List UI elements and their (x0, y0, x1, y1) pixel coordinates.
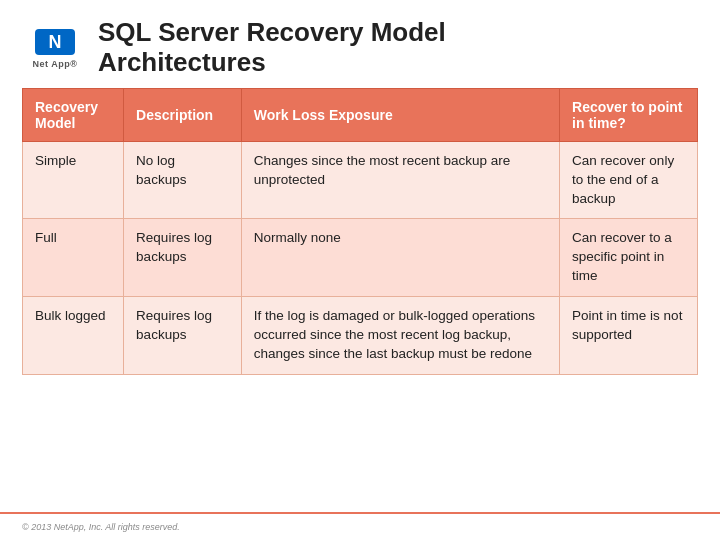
work-loss-simple: Changes since the most recent backup are… (241, 141, 559, 219)
logo-label: Net App® (33, 59, 78, 69)
page-title-line2: Architectures (98, 48, 446, 78)
model-full: Full (23, 219, 124, 297)
col-header-model: Recovery Model (23, 88, 124, 141)
col-header-description: Description (124, 88, 242, 141)
title-block: SQL Server Recovery Model Architectures (98, 18, 446, 78)
copyright-text: © 2013 NetApp, Inc. All rights reserved. (22, 522, 180, 532)
header: N Net App® SQL Server Recovery Model Arc… (0, 0, 720, 88)
svg-text:N: N (49, 32, 62, 52)
table-row: Full Requires log backups Normally none … (23, 219, 698, 297)
model-bulk: Bulk logged (23, 297, 124, 375)
table-header-row: Recovery Model Description Work Loss Exp… (23, 88, 698, 141)
col-header-work-loss: Work Loss Exposure (241, 88, 559, 141)
recover-bulk: Point in time is not supported (560, 297, 698, 375)
page-title-line1: SQL Server Recovery Model (98, 18, 446, 48)
desc-simple: No log backups (124, 141, 242, 219)
recover-simple: Can recover only to the end of a backup (560, 141, 698, 219)
work-loss-full: Normally none (241, 219, 559, 297)
netapp-logo: N Net App® (28, 25, 82, 71)
table-row: Simple No log backups Changes since the … (23, 141, 698, 219)
table-wrapper: Recovery Model Description Work Loss Exp… (0, 88, 720, 510)
recover-full: Can recover to a specific point in time (560, 219, 698, 297)
desc-bulk: Requires log backups (124, 297, 242, 375)
desc-full: Requires log backups (124, 219, 242, 297)
footer: © 2013 NetApp, Inc. All rights reserved. (0, 512, 720, 540)
page: N Net App® SQL Server Recovery Model Arc… (0, 0, 720, 540)
recovery-model-table: Recovery Model Description Work Loss Exp… (22, 88, 698, 375)
model-simple: Simple (23, 141, 124, 219)
work-loss-bulk: If the log is damaged or bulk-logged ope… (241, 297, 559, 375)
table-row: Bulk logged Requires log backups If the … (23, 297, 698, 375)
col-header-recover: Recover to point in time? (560, 88, 698, 141)
